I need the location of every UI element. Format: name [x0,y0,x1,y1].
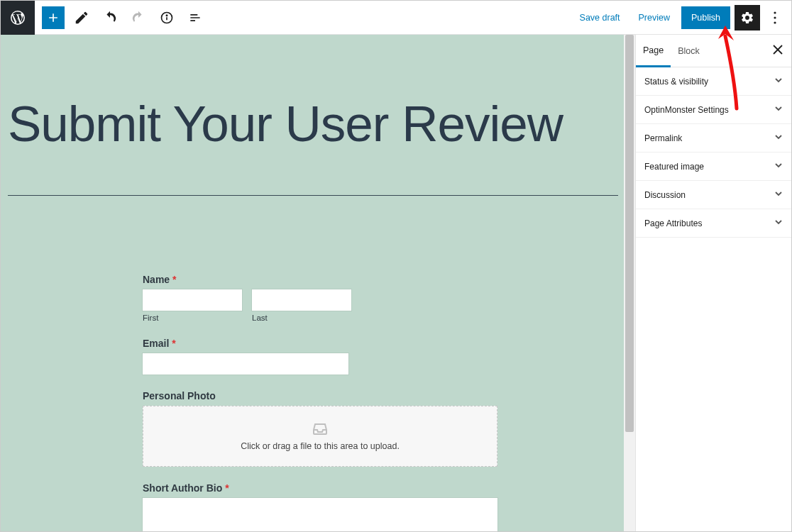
wordpress-logo[interactable] [1,1,35,35]
email-input[interactable] [143,353,348,375]
info-button[interactable] [155,6,178,29]
separator [8,195,618,196]
save-draft-button[interactable]: Save draft [573,7,627,28]
chevron-down-icon [774,76,783,87]
redo-icon [131,10,146,26]
plus-icon [46,11,60,25]
chevron-down-icon [774,218,783,228]
required-mark: * [172,274,176,285]
close-sidebar-button[interactable] [764,45,791,57]
svg-point-5 [774,21,776,23]
first-name-input[interactable] [143,289,242,311]
close-icon [773,45,783,55]
upload-message: Click or drag a file to this area to upl… [241,441,400,451]
settings-button[interactable] [735,5,760,31]
file-upload-dropzone[interactable]: Click or drag a file to this area to upl… [143,406,497,467]
panel-discussion[interactable]: Discussion [636,181,791,209]
more-options-button[interactable] [764,5,786,31]
edit-mode-button[interactable] [70,6,93,29]
list-icon [188,11,202,25]
panel-page-attributes[interactable]: Page Attributes [636,209,791,238]
svg-point-4 [774,16,776,18]
bio-textarea[interactable] [143,498,497,531]
pencil-icon [74,10,89,26]
first-name-sublabel: First [143,314,242,322]
required-mark: * [172,338,175,349]
tab-page[interactable]: Page [636,35,671,67]
chevron-down-icon [774,104,783,115]
svg-point-2 [166,15,167,16]
photo-label: Personal Photo [143,390,497,401]
chevron-down-icon [774,161,783,172]
preview-button[interactable]: Preview [632,7,677,28]
publish-button[interactable]: Publish [681,6,730,29]
outline-button[interactable] [184,6,207,29]
add-block-button[interactable] [42,6,65,29]
undo-button[interactable] [99,6,121,29]
chevron-down-icon [774,189,783,200]
editor-canvas-wrap: Submit Your User Review Name * F [1,35,635,531]
info-icon [160,11,174,25]
settings-sidebar: Page Block Status & visibility OptinMons… [635,35,791,531]
page-title[interactable]: Submit Your User Review [1,35,624,195]
svg-point-3 [774,11,776,13]
undo-icon [102,10,118,26]
panel-featured-image[interactable]: Featured image [636,153,791,181]
editor-toolbar: Save draft Preview Publish [1,1,791,35]
chevron-down-icon [774,133,783,143]
panel-permalink[interactable]: Permalink [636,124,791,153]
page-canvas[interactable]: Submit Your User Review Name * F [1,35,624,531]
email-label: Email * [143,338,497,349]
required-mark: * [225,482,229,494]
scrollbar-thumb[interactable] [625,35,634,432]
bio-label: Short Author Bio * [143,482,497,494]
last-name-input[interactable] [252,289,351,311]
tab-block[interactable]: Block [671,35,707,67]
kebab-icon [774,11,776,24]
scrollbar[interactable] [624,35,635,531]
form-block: Name * First Last [143,274,497,531]
inbox-icon [312,421,329,436]
wordpress-icon [9,9,26,26]
panel-status-visibility[interactable]: Status & visibility [636,67,791,96]
last-name-sublabel: Last [252,314,351,322]
redo-button[interactable] [127,6,150,29]
gear-icon [740,11,754,25]
name-label: Name * [143,274,497,285]
panel-optinmonster[interactable]: OptinMonster Settings [636,96,791,124]
